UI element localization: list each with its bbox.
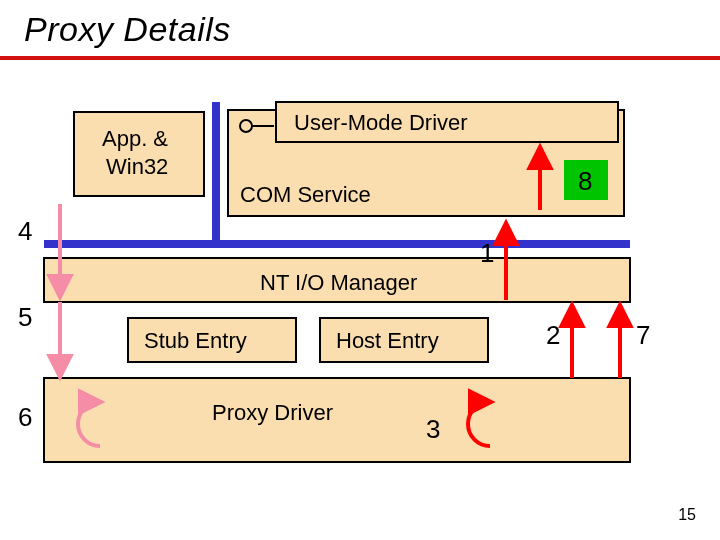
blue-horizontal-bar	[44, 240, 630, 248]
proxy-diagram: User-Mode Driver COM Service 8 App. & Wi…	[0, 0, 720, 540]
host-entry-label: Host Entry	[336, 328, 439, 353]
app-label-line1: App. &	[102, 126, 168, 151]
blue-vertical-bar	[212, 102, 220, 246]
app-label-line2: Win32	[106, 154, 168, 179]
stub-entry-label: Stub Entry	[144, 328, 247, 353]
marker-4: 4	[18, 216, 32, 246]
marker-3: 3	[426, 414, 440, 444]
proxy-driver-box	[44, 378, 630, 462]
marker-2: 2	[546, 320, 560, 350]
marker-1: 1	[480, 238, 494, 268]
slide-number: 15	[678, 506, 696, 524]
marker-6: 6	[18, 402, 32, 432]
marker-8: 8	[578, 166, 592, 196]
connector-dot-icon	[240, 120, 252, 132]
io-manager-label: NT I/O Manager	[260, 270, 417, 295]
proxy-driver-label: Proxy Driver	[212, 400, 333, 425]
com-service-label: COM Service	[240, 182, 371, 207]
marker-7: 7	[636, 320, 650, 350]
user-mode-driver-label: User-Mode Driver	[294, 110, 468, 135]
marker-5: 5	[18, 302, 32, 332]
